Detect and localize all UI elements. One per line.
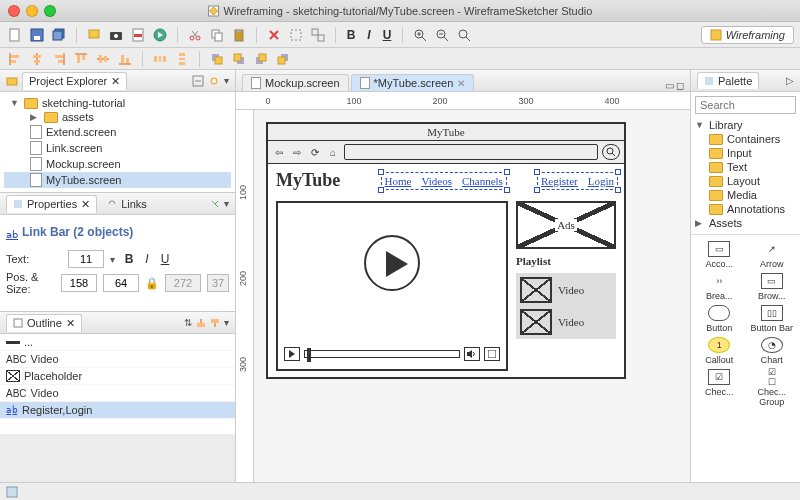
mockup-nav-selected[interactable]: HomeVideosChannels	[383, 174, 505, 188]
tree-item[interactable]: Link.screen	[4, 140, 231, 156]
tree-item[interactable]: Mockup.screen	[4, 156, 231, 172]
tree-item[interactable]: ▶assets	[4, 110, 231, 124]
lib-category[interactable]: Layout	[695, 174, 796, 188]
perspective-switcher[interactable]: Wireframing	[701, 26, 794, 44]
playlist-item[interactable]: Video	[520, 277, 612, 303]
cut-icon[interactable]	[186, 26, 204, 44]
save-icon[interactable]	[28, 26, 46, 44]
collapse-all-icon[interactable]	[192, 75, 204, 87]
reload-icon[interactable]: ⟳	[308, 145, 322, 159]
volume-icon[interactable]	[464, 347, 480, 361]
export-icon[interactable]	[85, 26, 103, 44]
front-icon[interactable]	[208, 50, 226, 68]
view-menu-icon[interactable]: ▾	[224, 75, 229, 86]
palette-collapse-icon[interactable]: ▷	[786, 75, 794, 86]
project-explorer-tab[interactable]: Project Explorer ✕	[22, 72, 127, 90]
lib-category[interactable]: Text	[695, 160, 796, 174]
widget-callout[interactable]: 1Callout	[695, 337, 744, 365]
delete-icon[interactable]	[265, 26, 283, 44]
search-icon[interactable]	[602, 144, 620, 160]
props-menu-icon[interactable]	[210, 199, 220, 209]
save-all-icon[interactable]	[50, 26, 68, 44]
mockup-url-bar[interactable]	[344, 144, 598, 160]
progress-bar[interactable]	[304, 350, 460, 358]
copy-icon[interactable]	[208, 26, 226, 44]
pdf-icon[interactable]	[129, 26, 147, 44]
outline-item-selected[interactable]: a̲b̲Register,Login	[0, 402, 235, 419]
lib-category[interactable]: Annotations	[695, 202, 796, 216]
align-top-icon[interactable]	[72, 50, 90, 68]
outline-up-icon[interactable]	[196, 318, 206, 328]
forward-icon[interactable]	[252, 50, 270, 68]
font-size-input[interactable]	[68, 250, 104, 268]
new-icon[interactable]	[6, 26, 24, 44]
play-icon[interactable]	[151, 26, 169, 44]
mockup-video-player[interactable]	[276, 201, 508, 371]
props-dropdown-icon[interactable]: ▾	[224, 198, 229, 209]
editor-max-icon[interactable]: ◻	[676, 80, 684, 91]
zoom-window-button[interactable]	[44, 5, 56, 17]
back-icon[interactable]: ⇦	[272, 145, 286, 159]
bold-toggle[interactable]: B	[121, 251, 137, 267]
lock-icon[interactable]: 🔒	[145, 277, 159, 290]
status-icon[interactable]	[6, 486, 18, 498]
italic-toggle[interactable]: I	[139, 251, 155, 267]
paste-icon[interactable]	[230, 26, 248, 44]
tree-item[interactable]: Extend.screen	[4, 124, 231, 140]
underline-button[interactable]: U	[380, 28, 394, 42]
outline-down-icon[interactable]	[210, 318, 220, 328]
widget-checkbox[interactable]: ☑Chec...	[695, 369, 744, 407]
outline-menu-icon[interactable]: ▾	[224, 317, 229, 328]
link-editor-icon[interactable]	[208, 75, 220, 87]
align-left-icon[interactable]	[6, 50, 24, 68]
widget-buttonbar[interactable]: ▯▯Button Bar	[748, 305, 797, 333]
align-bottom-icon[interactable]	[116, 50, 134, 68]
home-icon[interactable]: ⌂	[326, 145, 340, 159]
outline-sort-icon[interactable]: ⇅	[184, 317, 192, 328]
outline-item[interactable]: ...	[0, 334, 235, 351]
zoom-fit-icon[interactable]	[455, 26, 473, 44]
outline-tab[interactable]: Outline ✕	[6, 314, 82, 332]
mockup-browser-window[interactable]: MyTube ⇦ ⇨ ⟳ ⌂	[266, 122, 626, 379]
lib-category[interactable]: Media	[695, 188, 796, 202]
align-center-h-icon[interactable]	[28, 50, 46, 68]
lib-category[interactable]: Containers	[695, 132, 796, 146]
play-icon[interactable]	[364, 235, 420, 291]
palette-tab[interactable]: Palette	[697, 72, 759, 89]
fullscreen-icon[interactable]	[484, 347, 500, 361]
palette-search-input[interactable]	[695, 96, 796, 114]
mockup-auth-selected[interactable]: RegisterLogin	[539, 174, 616, 188]
lib-category[interactable]: Input	[695, 146, 796, 160]
editor-tab[interactable]: Mockup.screen	[242, 74, 349, 91]
assets-section[interactable]: ▶Assets	[695, 216, 796, 230]
widget-chart[interactable]: ◔Chart	[748, 337, 797, 365]
widget-browser[interactable]: ▭Brow...	[748, 273, 797, 301]
group-icon[interactable]	[287, 26, 305, 44]
library-section[interactable]: ▼Library	[695, 118, 796, 132]
back-icon[interactable]	[230, 50, 248, 68]
italic-button[interactable]: I	[362, 28, 376, 42]
minimize-window-button[interactable]	[26, 5, 38, 17]
forward-icon[interactable]: ⇨	[290, 145, 304, 159]
editor-min-icon[interactable]: ▭	[665, 80, 674, 91]
links-tab[interactable]: Links	[101, 196, 153, 212]
mockup-ads-placeholder[interactable]: Ads	[516, 201, 616, 249]
widget-arrow[interactable]: ↗Arrow	[748, 241, 797, 269]
tree-item-selected[interactable]: MyTube.screen	[4, 172, 231, 188]
project-explorer-tree[interactable]: ▼sketching-tutorial ▶assets Extend.scree…	[0, 92, 235, 192]
outline-item[interactable]: ABCVideo	[0, 385, 235, 402]
widget-accordion[interactable]: ▭Acco...	[695, 241, 744, 269]
playlist-item[interactable]: Video	[520, 309, 612, 335]
dist-h-icon[interactable]	[151, 50, 169, 68]
widget-breadcrumb[interactable]: ››Brea...	[695, 273, 744, 301]
dist-v-icon[interactable]	[173, 50, 191, 68]
play-small-icon[interactable]	[284, 347, 300, 361]
widget-checkgroup[interactable]: ☑☐Chec... Group	[748, 369, 797, 407]
close-window-button[interactable]	[8, 5, 20, 17]
pos-x-input[interactable]	[61, 274, 97, 292]
zoom-in-icon[interactable]	[411, 26, 429, 44]
editor-tab-active[interactable]: *MyTube.screen✕	[351, 74, 475, 91]
design-canvas[interactable]: MyTube ⇦ ⇨ ⟳ ⌂	[254, 110, 690, 482]
align-right-icon[interactable]	[50, 50, 68, 68]
outline-list[interactable]: ... ABCVideo Placeholder ABCVideo a̲b̲Re…	[0, 334, 235, 434]
